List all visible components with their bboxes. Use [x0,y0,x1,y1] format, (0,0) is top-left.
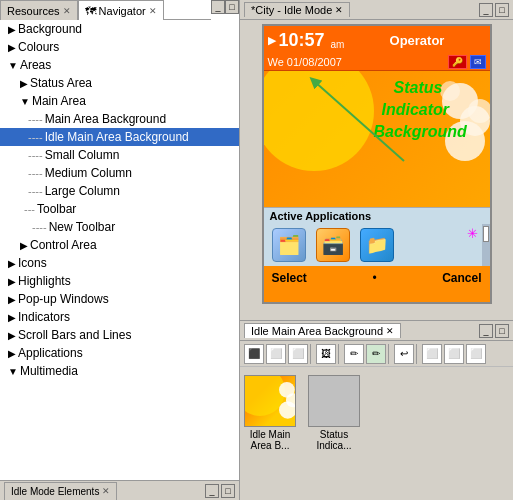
tree-item-areas[interactable]: ▼ Areas [0,56,239,74]
tree-item-main-area[interactable]: ▼ Main Area [0,92,239,110]
apps-scrollbar[interactable] [482,224,490,266]
tree-label: Main Area Background [45,112,166,126]
toolbar-btn-4[interactable]: 🖼 [316,344,336,364]
idle-mode-elements-tab[interactable]: Idle Mode Elements ✕ [4,482,117,500]
tab-city-idle-label: *City - Idle Mode [251,4,332,16]
app-icon-1: 🗂️ [272,228,306,262]
thumbnail-titlebar: Idle Main Area Background ✕ _ □ [240,321,513,341]
toolbar-btn-8[interactable]: ⬜ [422,344,442,364]
star-icon: ✳ [467,226,478,241]
thumbnail-maximize-btn[interactable]: □ [495,324,509,338]
dash-icon: ---- [28,185,43,197]
thumb-image-1[interactable] [244,375,296,427]
tree-label: Control Area [30,238,97,252]
tab-resources-close[interactable]: ✕ [63,6,71,16]
preview-minimize-btn[interactable]: _ [479,3,493,17]
dash-icon: ---- [28,113,43,125]
left-panel: Resources ✕ 🗺 Navigator ✕ _ □ ▶ Backgrou… [0,0,240,500]
tree-item-icons[interactable]: ▶ Icons [0,254,239,272]
dash-icon: ---- [28,149,43,161]
thumb-item-2[interactable]: StatusIndica... [308,375,360,451]
tree-item-colours[interactable]: ▶ Colours [0,38,239,56]
thumb-label-1: Idle MainArea B... [250,429,291,451]
thumb-item-1[interactable]: Idle MainArea B... [244,375,296,451]
right-panel: *City - Idle Mode ✕ _ □ ▶ 10:57 am O [240,0,513,500]
left-panel-tabs: Resources ✕ 🗺 Navigator ✕ _ □ [0,0,239,20]
tree-item-control-area[interactable]: ▶ Control Area [0,236,239,254]
app-icon-3: 📁 [360,228,394,262]
toolbar-btn-1[interactable]: ⬛ [244,344,264,364]
tree-item-medium-column[interactable]: ---- Medium Column [0,164,239,182]
tree-item-multimedia[interactable]: ▼ Multimedia [0,362,239,380]
tree-item-main-area-bg[interactable]: ---- Main Area Background [0,110,239,128]
toolbar-btn-3[interactable]: ⬜ [288,344,308,364]
tab-idle-main-area[interactable]: Idle Main Area Background ✕ [244,323,401,338]
tree-item-applications[interactable]: ▶ Applications [0,344,239,362]
toolbar-btn-7[interactable]: ↩ [394,344,414,364]
idle-mode-label: Idle Mode Elements [11,486,99,497]
tree-item-status-area[interactable]: ▶ Status Area [0,74,239,92]
tree-item-scroll-bars[interactable]: ▶ Scroll Bars and Lines [0,326,239,344]
toolbar-btn-9[interactable]: ⬜ [444,344,464,364]
tree-item-new-toolbar[interactable]: ---- New Toolbar [0,218,239,236]
toolbar-btn-5[interactable]: ✏ [344,344,364,364]
tab-city-close-icon[interactable]: ✕ [335,5,343,15]
toolbar-separator-2 [338,344,342,364]
tree-item-highlights[interactable]: ▶ Highlights [0,272,239,290]
tree-item-indicators[interactable]: ▶ Indicators [0,308,239,326]
tree-item-popup-windows[interactable]: ▶ Pop-up Windows [0,290,239,308]
tab-navigator-close[interactable]: ✕ [149,6,157,16]
toolbar-btn-2[interactable]: ⬜ [266,344,286,364]
arrow-icon: ▼ [20,96,30,107]
tree-label: Highlights [18,274,71,288]
tree-label: Background [18,22,82,36]
bottom-tabs: Idle Mode Elements ✕ [4,482,117,500]
tree-item-large-column[interactable]: ---- Large Column [0,182,239,200]
tree-label: Scroll Bars and Lines [18,328,131,342]
preview-maximize-btn[interactable]: □ [495,3,509,17]
lock-icon: 🔑 [448,55,467,69]
tab-idle-main-area-label: Idle Main Area Background [251,325,383,337]
thumbnail-tabs: Idle Main Area Background ✕ [244,323,401,338]
apps-scroll-thumb[interactable] [483,226,489,242]
idle-mode-close-icon[interactable]: ✕ [102,486,110,496]
phone-date: We 01/08/2007 [268,56,448,68]
dash-icon: ---- [28,167,43,179]
tab-idle-main-close-icon[interactable]: ✕ [386,326,394,336]
arrow-icon: ▶ [8,312,16,323]
toolbar-separator-4 [416,344,420,364]
phone-center-dot: • [372,271,376,285]
tab-navigator[interactable]: 🗺 Navigator ✕ [78,0,164,20]
phone-preview-panel: *City - Idle Mode ✕ _ □ ▶ 10:57 am O [240,0,513,320]
tree-label: Idle Main Area Background [45,130,189,144]
tab-city-idle[interactable]: *City - Idle Mode ✕ [244,2,350,17]
tree-label: Applications [18,346,83,360]
tree-item-toolbar[interactable]: --- Toolbar [0,200,239,218]
thumbnail-window-btns: _ □ [479,324,509,338]
tab-navigator-label: Navigator [99,5,146,17]
thumb-image-2[interactable] [308,375,360,427]
status-minimize[interactable]: _ [205,484,219,498]
tree-item-background[interactable]: ▶ Background [0,20,239,38]
left-panel-minimize[interactable]: _ [211,0,225,14]
thumbnail-panel: Idle Main Area Background ✕ _ □ ⬛ ⬜ ⬜ 🖼 … [240,320,513,500]
toolbar-btn-10[interactable]: ⬜ [466,344,486,364]
phone-select-button[interactable]: Select [272,271,307,285]
tree-item-idle-main-area-bg[interactable]: ---- Idle Main Area Background [0,128,239,146]
dash-icon: ---- [28,131,43,143]
svg-line-6 [314,81,404,161]
arrow-icon: ▶ [8,42,16,53]
thumbnail-minimize-btn[interactable]: _ [479,324,493,338]
phone-preview-titlebar: *City - Idle Mode ✕ _ □ [240,0,513,20]
phone-cancel-button[interactable]: Cancel [442,271,481,285]
left-panel-maximize[interactable]: □ [225,0,239,14]
tree-label: Icons [18,256,47,270]
tree-item-small-column[interactable]: ---- Small Column [0,146,239,164]
phone-date-row: We 01/08/2007 🔑 ✉ [264,54,490,71]
tab-resources[interactable]: Resources ✕ [0,0,78,20]
toolbar-separator-1 [310,344,314,364]
status-maximize[interactable]: □ [221,484,235,498]
dash-icon: --- [24,203,35,215]
toolbar-separator-3 [388,344,392,364]
toolbar-btn-6[interactable]: ✏ [366,344,386,364]
